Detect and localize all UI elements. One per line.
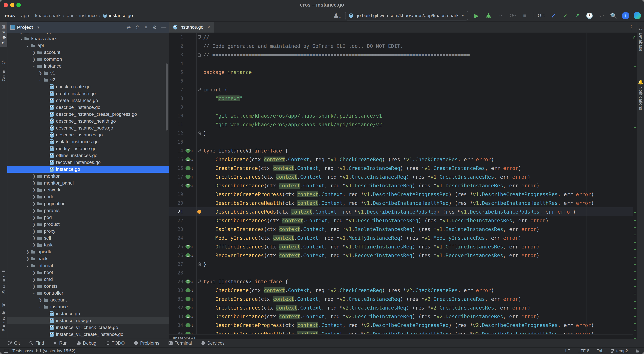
tree-row-describe-instance-health-go[interactable]: describe_instance_health.go (8, 118, 169, 125)
stripe-tab-structure[interactable]: ☰ Structure (0, 267, 8, 296)
code-line-27[interactable]: 27} (170, 260, 633, 268)
code-line-11[interactable]: 11 "git.woa.com/khaos/eros/app/khaos-sha… (170, 120, 633, 129)
tree-row-khaos-qty[interactable]: ❯khaos-qty (8, 33, 169, 35)
vcs-change-mark[interactable] (634, 308, 636, 309)
vcs-change-mark[interactable] (634, 235, 636, 235)
code-editor[interactable]: 1// ====================================… (170, 33, 633, 334)
chevron-right-icon[interactable]: ❯ (31, 194, 37, 199)
implemented-gutter-icon[interactable]: I↓ (186, 305, 196, 310)
chevron-right-icon[interactable]: ❯ (31, 236, 37, 240)
implemented-gutter-icon[interactable]: I↓ (186, 183, 196, 188)
implemented-gutter-icon[interactable]: I↓ (186, 323, 196, 327)
tree-row-monitor[interactable]: ❯monitor (8, 173, 169, 180)
code-line-16[interactable]: 16I↓ CreateInstance(ctx context.Context,… (170, 164, 633, 172)
chevron-right-icon[interactable]: ❯ (31, 229, 37, 233)
chevron-right-icon[interactable]: ❯ (38, 71, 43, 75)
implemented-gutter-icon[interactable]: I↓ (186, 288, 196, 293)
fold-marker-icon[interactable] (196, 146, 202, 155)
vcs-change-mark[interactable] (634, 323, 636, 324)
chevron-right-icon[interactable]: ❯ (31, 284, 37, 288)
code-line-23[interactable]: 23 IsolateInstances(ctx context.Context,… (170, 225, 633, 233)
editor-error-stripe[interactable]: ✓ (633, 33, 636, 334)
tree-row-khaos-shark[interactable]: ⌄khaos-shark (8, 35, 169, 42)
tree-row-account[interactable]: ❯account (8, 49, 169, 56)
vcs-change-mark[interactable] (634, 257, 636, 257)
breadcrumb-item[interactable]: instance (79, 13, 96, 18)
chevron-right-icon[interactable]: ❯ (31, 181, 37, 185)
vcs-change-mark[interactable] (634, 330, 636, 331)
tree-row-offline-instances-go[interactable]: offline_instances.go (8, 152, 169, 159)
search-everywhere-icon[interactable]: 🔍 (610, 12, 618, 20)
tree-row-apisdk[interactable]: ❯apisdk (8, 248, 169, 255)
code-line-22[interactable]: 22 DescribeInstances(ctx context.Context… (170, 216, 633, 225)
stripe-tab-commit[interactable]: ◎ Commit (0, 57, 8, 84)
tree-row-node[interactable]: ❯node (8, 193, 169, 200)
code-line-9[interactable]: 9 (170, 103, 633, 111)
run-configuration-select[interactable]: go build git.woa.com/khaos/eros/app/khao… (345, 11, 468, 21)
tree-row-consts[interactable]: ❯consts (8, 283, 169, 289)
tree-row-instance-v1-check-create-go[interactable]: instance_v1_check_create.go (8, 324, 169, 331)
encoding-widget[interactable]: UTF-8 (578, 348, 589, 353)
chevron-right-icon[interactable]: ❯ (25, 249, 30, 254)
git-commit-icon[interactable]: ✓ (562, 12, 569, 20)
tree-row-create-instances-go[interactable]: create_instances.go (8, 97, 169, 104)
chevron-right-icon[interactable]: ❯ (31, 243, 37, 247)
tree-row-describe-instance-go[interactable]: describe_instance.go (8, 104, 169, 111)
fold-marker-icon[interactable] (196, 277, 202, 286)
tree-row-v1[interactable]: ❯v1 (8, 70, 169, 76)
chevron-right-icon[interactable]: ❯ (31, 57, 37, 62)
vcs-change-mark[interactable] (634, 212, 636, 213)
breadcrumb-item[interactable]: api (67, 13, 73, 18)
tree-row-boot[interactable]: ❯boot (8, 269, 169, 276)
code-line-29[interactable]: 29I↓type IInstanceV2 interface { (170, 277, 633, 286)
ide-update-icon[interactable]: ↑ (622, 12, 629, 19)
chevron-right-icon[interactable]: ❯ (31, 277, 37, 282)
code-line-18[interactable]: 18I↓ DescribeInstance(ctx context.Contex… (170, 181, 633, 190)
tab-options-kebab-icon[interactable]: ⋮ (628, 24, 634, 30)
code-line-26[interactable]: 26I↓ RecoverInstances(ctx context.Contex… (170, 251, 633, 260)
implemented-gutter-icon[interactable]: I↓ (186, 157, 196, 162)
code-line-15[interactable]: 15I↓ CheckCreate(ctx context.Context, re… (170, 155, 633, 164)
chevron-right-icon[interactable]: ❯ (18, 33, 24, 34)
vcs-change-mark[interactable] (634, 264, 636, 265)
tree-row-instance[interactable]: ⌄instance (8, 303, 169, 310)
code-line-20[interactable]: 20 DescribeInstanceHealth(ctx context.Co… (170, 199, 633, 207)
toolwindow-button-find[interactable]: Find (29, 340, 44, 346)
stripe-tab-notifications[interactable]: 🔔 Notifications (637, 77, 644, 113)
chevron-down-icon[interactable]: ⌄ (25, 263, 30, 268)
vcs-change-mark[interactable] (634, 279, 636, 280)
toolwindow-button-problems[interactable]: Problems (134, 340, 159, 346)
line-ending-widget[interactable]: LF (565, 348, 570, 353)
editor-tab-instance-go[interactable]: instance.go ✕ (170, 22, 214, 33)
tree-row-instance[interactable]: ⌄instance (8, 63, 169, 70)
vcs-change-mark[interactable] (634, 67, 636, 67)
breadcrumb-file[interactable]: instance.go (103, 13, 133, 18)
tree-row-instance-go[interactable]: instance.go (8, 166, 169, 173)
code-line-6[interactable]: 6 (170, 77, 633, 85)
code-line-12[interactable]: 12) (170, 129, 633, 138)
implemented-gutter-icon[interactable]: I↓ (186, 166, 196, 170)
lock-icon[interactable] (635, 349, 639, 353)
tree-row-describe-instance-create-progress-go[interactable]: describe_instance_create_progress.go (8, 111, 169, 118)
tree-row-instance-go[interactable]: instance.go (8, 310, 169, 317)
tree-row-controller[interactable]: ⌄controller (8, 289, 169, 296)
tree-row-isolate-instances-go[interactable]: isolate_instances.go (8, 138, 169, 145)
implemented-gutter-icon[interactable]: I↓ (186, 253, 196, 258)
toolwindow-button-todo[interactable]: TODO (105, 340, 125, 346)
implemented-gutter-icon[interactable]: I↓ (186, 297, 196, 301)
code-line-30[interactable]: 30I↓ CheckCreate(ctx context.Context, re… (170, 286, 633, 295)
code-line-4[interactable]: 4 (170, 59, 633, 68)
tree-row-account[interactable]: ❯account (8, 296, 169, 303)
code-line-33[interactable]: 33I↓ DescribeInstance(ctx context.Contex… (170, 312, 633, 321)
toolwindow-button-debug[interactable]: Debug (77, 340, 96, 346)
hide-panel-icon[interactable]: — (161, 25, 166, 30)
user-avatar-icon[interactable]: ♟▾ (333, 12, 341, 19)
chevron-down-icon[interactable]: ⌄ (31, 64, 37, 69)
code-line-24[interactable]: 24 ModifyInstance(ctx context.Context, r… (170, 233, 633, 242)
tree-row-network[interactable]: ❯network (8, 186, 169, 193)
chevron-right-icon[interactable]: ❯ (31, 174, 37, 179)
chevron-down-icon[interactable]: ⌄ (38, 304, 43, 309)
fold-marker-icon[interactable] (196, 260, 202, 268)
inspections-ok-icon[interactable]: ✓ (632, 34, 636, 40)
vcs-change-mark[interactable] (634, 127, 636, 128)
